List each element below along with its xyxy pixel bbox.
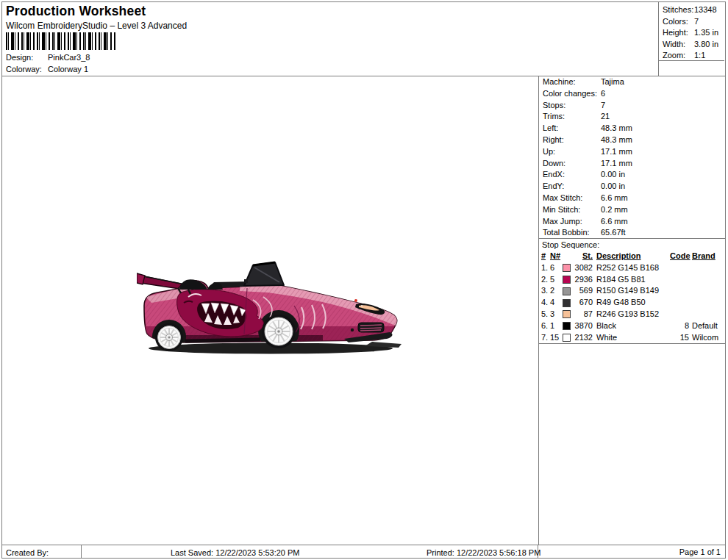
pink-car-embroidery [137,259,404,362]
machine-info-row: Left:48.3 mm [539,123,724,134]
machine-info-row: Max Jump:6.6 mm [539,216,724,228]
stop-sequence-label: Stop Sequence: [539,239,727,251]
page-number: Page 1 of 1 [610,548,721,556]
colorway-row: Colorway:Colorway 1 [6,64,88,74]
colorway-value: Colorway 1 [48,65,88,73]
underbody [185,340,260,341]
summary-row: Width:3.80 in [663,39,724,51]
thread-color-swatch [563,264,571,272]
summary-row: Height:1.35 in [663,27,724,39]
machine-info-row: EndY:0.00 in [539,181,724,193]
footer-separator [81,545,82,559]
production-worksheet-page: Production Worksheet Wilcom EmbroiderySt… [0,0,728,560]
rear-wheel [155,323,183,351]
thread-color-swatch [563,287,571,295]
machine-info-row: Min Stitch:0.2 mm [539,204,724,216]
stop-sequence-table: # N# St. Description Code Brand 1.6 3082… [538,251,724,343]
machine-info-row: Trims:21 [539,111,724,123]
stop-table-row: 5.3 87R246 G193 B152 [538,309,724,320]
machine-info-row: Color changes:6 [539,88,724,100]
thread-color-swatch [563,334,571,342]
front-grille [358,323,384,332]
design-name-row: Design:PinkCar3_8 [6,52,90,62]
stop-table-row: 3.2 569R150 G149 B149 [538,285,724,297]
colorway-label: Colorway: [6,64,48,74]
thread-color-swatch [563,276,571,284]
stop-table-header: # N# St. Description Code Brand [538,251,724,262]
machine-info-row: Machine:Tajima [539,76,724,88]
machine-info-row: Max Stitch:6.6 mm [539,193,724,204]
stop-table-row: 2.5 2936R184 G5 B81 [538,274,724,286]
summary-row: Colors:7 [663,16,724,28]
design-preview-image [137,259,404,362]
footer-divider [1,545,725,545]
windshield [244,262,284,286]
machine-info-row: Right:48.3 mm [539,134,724,146]
design-label: Design: [6,52,48,62]
side-mirror [244,279,248,283]
last-saved-text: Last Saved: 12/22/2023 5:53:20 PM [171,548,300,558]
design-value: PinkCar3_8 [48,53,90,62]
app-subtitle: Wilcom EmbroideryStudio – Level 3 Advanc… [6,21,187,31]
machine-info-row: Total Bobbin:65.67ft [539,227,724,239]
summary-row: Stitches:13348 [663,4,724,16]
thread-color-swatch [563,322,571,330]
headrest-fairing [179,279,207,290]
stop-table-row: 6.1 3870Black 8Default [538,320,724,332]
summary-row: Zoom:1:1 [663,50,724,62]
barcode [6,32,116,50]
stop-table-bottom-border [538,343,725,344]
machine-info-row: Stops:7 [539,100,724,112]
printed-text: Printed: 12/22/2023 5:56:18 PM [427,548,540,558]
side-marker [354,299,357,302]
machine-info-row: Up:17.1 mm [539,146,724,158]
page-title: Production Worksheet [6,4,146,19]
machine-info-list: Machine:Tajima Color changes:6 Stops:7 T… [539,76,724,239]
thread-color-swatch [563,310,571,318]
thread-color-swatch [563,299,571,307]
stop-table-row: 1.6 3082R252 G145 B168 [538,262,724,274]
stop-table-row: 7.15 2132White 15Wilcom [538,332,724,344]
machine-info-row: Down:17.1 mm [539,158,724,170]
fog-light [351,329,354,331]
front-wheel [262,315,296,348]
design-summary-box: Stitches:13348 Colors:7 Height:1.35 in W… [659,1,724,61]
created-by-label: Created By: [6,548,49,558]
stop-table-row: 4.4 670R49 G48 B50 [538,297,724,309]
machine-info-row: EndX:0.00 in [539,169,724,181]
